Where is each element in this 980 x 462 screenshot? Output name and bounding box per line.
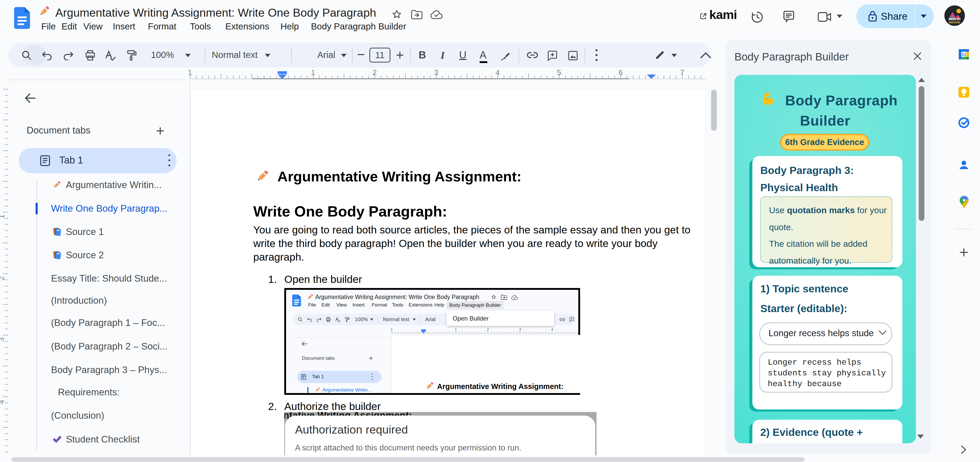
svg-text:31: 31 (961, 52, 966, 57)
svg-text:MADE BY: MADE BY (949, 18, 961, 21)
svg-text:MAGGIE: MAGGIE (949, 21, 961, 24)
